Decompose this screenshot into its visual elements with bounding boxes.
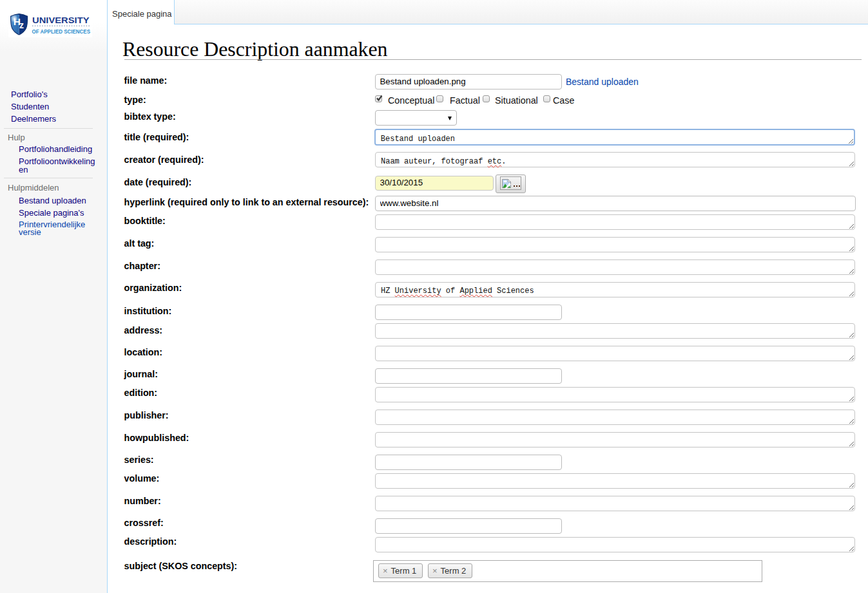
svg-text:OF APPLIED SCIENCES: OF APPLIED SCIENCES <box>32 28 91 35</box>
svg-text:z: z <box>19 20 24 30</box>
svg-text:UNIVERSITY: UNIVERSITY <box>32 15 90 25</box>
